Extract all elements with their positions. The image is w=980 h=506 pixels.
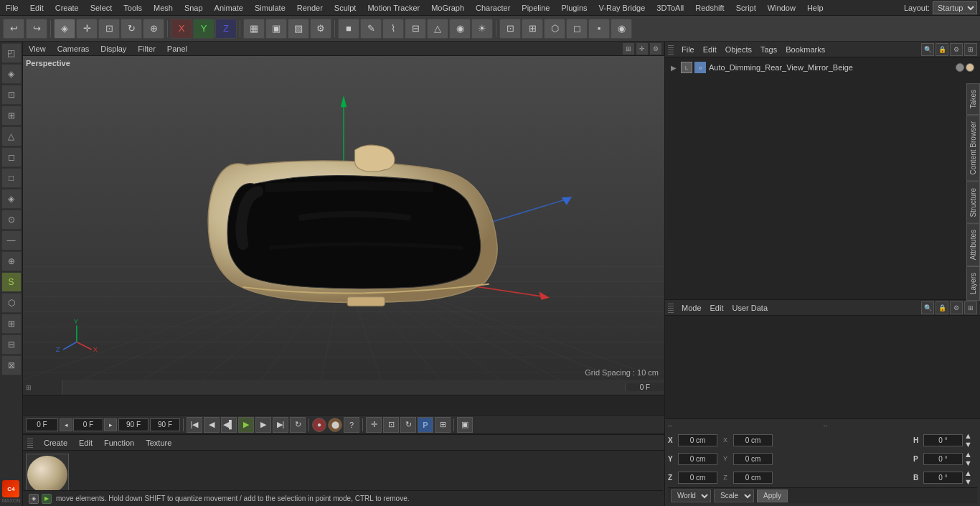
menu-tools[interactable]: Tools — [118, 2, 148, 14]
attr-expand-icon[interactable]: ⊞ — [964, 301, 977, 314]
h-arrow[interactable]: ▲▼ — [964, 431, 977, 449]
tab-takes[interactable]: Takes — [966, 83, 980, 115]
attr-search-icon[interactable]: 🔍 — [921, 301, 934, 314]
om-menu-bookmarks[interactable]: Bookmarks — [783, 45, 827, 54]
viewport-menu-filter[interactable]: Filter — [135, 44, 158, 53]
apply-button[interactable]: Apply — [757, 489, 788, 502]
step-forward-button[interactable]: ▶ — [255, 417, 271, 433]
world-select[interactable]: World — [671, 489, 711, 502]
sidebar-btn-2[interactable]: ◈ — [1, 64, 22, 84]
om-menu-edit[interactable]: Edit — [701, 45, 719, 54]
sidebar-btn-10[interactable]: — — [1, 230, 22, 250]
om-object-row[interactable]: ▶ L ○ Auto_Dimming_Rear_View_Mirror_Beig… — [668, 60, 977, 75]
pen-button[interactable]: ✎ — [360, 19, 382, 39]
menu-motion-tracker[interactable]: Motion Tracker — [362, 2, 425, 14]
scale-select[interactable]: Scale — [714, 489, 754, 502]
om-search-icon[interactable]: 🔍 — [921, 43, 934, 56]
menu-3dtoall[interactable]: 3DToAll — [651, 2, 689, 14]
pose-btn[interactable]: P — [418, 417, 433, 433]
sidebar-btn-3[interactable]: ⊡ — [1, 85, 22, 105]
record-button[interactable]: ● — [312, 418, 326, 432]
motion-btn-1[interactable]: ✛ — [366, 417, 382, 433]
light-button[interactable]: ☀ — [471, 19, 493, 39]
tab-content-browser[interactable]: Content Browser — [966, 115, 980, 181]
status-icon[interactable]: ◈ — [29, 494, 39, 504]
menu-script[interactable]: Script — [730, 2, 762, 14]
sidebar-btn-11[interactable]: ⊕ — [1, 251, 22, 271]
sidebar-btn-5[interactable]: △ — [1, 126, 22, 146]
attr-menu-userdata[interactable]: User Data — [730, 304, 771, 312]
viewport-menu-view[interactable]: View — [26, 44, 49, 53]
current-frame-input[interactable] — [26, 418, 58, 431]
menu-mesh[interactable]: Mesh — [148, 2, 179, 14]
motion-btn-2[interactable]: ⊡ — [383, 417, 399, 433]
sidebar-btn-13[interactable]: ⬡ — [1, 293, 22, 313]
om-menu-objects[interactable]: Objects — [723, 45, 754, 54]
viewport-icon-settings[interactable]: ⚙ — [650, 43, 661, 55]
goto-end-button[interactable]: ▶| — [273, 417, 288, 433]
tab-layers[interactable]: Layers — [966, 266, 980, 301]
status-play-icon[interactable]: ▶ — [42, 494, 52, 504]
viewport-btn-1[interactable]: ⊡ — [499, 19, 521, 39]
sidebar-btn-8[interactable]: ◈ — [1, 189, 22, 209]
sidebar-btn-9[interactable]: ⊙ — [1, 210, 22, 230]
frame-decrement-button[interactable]: ◂ — [60, 418, 72, 431]
terrain-button[interactable]: △ — [427, 19, 448, 39]
grid-btn[interactable]: ⊞ — [435, 417, 451, 433]
sidebar-btn-14[interactable]: ⊞ — [1, 314, 22, 334]
sidebar-btn-4[interactable]: ⊞ — [1, 106, 22, 126]
render-picture-button[interactable]: ▧ — [288, 19, 309, 39]
menu-select[interactable]: Select — [85, 2, 118, 14]
y-pos-input[interactable] — [678, 453, 717, 465]
menu-redshift[interactable]: Redshift — [689, 2, 730, 14]
om-expand-arrow[interactable]: ▶ — [671, 64, 681, 72]
render-settings-button[interactable]: ⚙ — [310, 19, 331, 39]
undo-button[interactable]: ↩ — [3, 19, 24, 39]
sidebar-btn-15[interactable]: ⊟ — [1, 334, 22, 355]
menu-snap[interactable]: Snap — [179, 2, 209, 14]
viewport-menu-cameras[interactable]: Cameras — [55, 44, 93, 53]
om-menu-file[interactable]: File — [679, 45, 697, 54]
menu-mograph[interactable]: MoGraph — [425, 2, 470, 14]
tab-structure[interactable]: Structure — [966, 182, 980, 224]
mat-menu-edit[interactable]: Edit — [77, 439, 95, 447]
viewport-btn-3[interactable]: ⬡ — [544, 19, 565, 39]
menu-character[interactable]: Character — [470, 2, 516, 14]
viewport-btn-6[interactable]: ◉ — [611, 19, 632, 39]
move-tool-button[interactable]: ✛ — [76, 19, 98, 39]
loop-button[interactable]: ↻ — [290, 417, 306, 433]
menu-vray[interactable]: V-Ray Bridge — [593, 2, 651, 14]
render-anim-button[interactable]: ▣ — [265, 19, 287, 39]
h-input[interactable] — [923, 434, 963, 446]
start-frame-input[interactable] — [73, 418, 103, 431]
menu-create[interactable]: Create — [50, 2, 85, 14]
mat-menu-texture[interactable]: Texture — [143, 439, 174, 447]
p-arrow[interactable]: ▲▼ — [964, 450, 977, 467]
b-input[interactable] — [923, 472, 963, 484]
attr-lock-icon[interactable]: 🔒 — [936, 301, 948, 314]
p-input[interactable] — [923, 453, 963, 465]
viewport-btn-4[interactable]: ◻ — [566, 19, 588, 39]
menu-simulate[interactable]: Simulate — [249, 2, 291, 14]
motion-btn-3[interactable]: ↻ — [400, 417, 416, 433]
end-frame-input[interactable] — [118, 418, 149, 431]
attr-menu-edit[interactable]: Edit — [708, 304, 726, 312]
knife-button[interactable]: ⌇ — [382, 19, 404, 39]
play-reverse-button[interactable]: ◀▌ — [221, 417, 237, 433]
viewport-3d[interactable]: X Y Z Perspective Grid Spacing : 10 cm — [23, 56, 664, 380]
attr-settings-icon[interactable]: ⚙ — [950, 301, 963, 314]
viewport-icon-move[interactable]: ✛ — [636, 43, 648, 55]
z-axis-button[interactable]: Z — [215, 19, 237, 39]
cursor-tool-button[interactable]: ◈ — [54, 19, 75, 39]
om-expand-icon[interactable]: ⊞ — [964, 43, 977, 56]
frame-counter[interactable]: 0 F — [625, 383, 664, 391]
om-dot-2[interactable] — [966, 63, 974, 72]
camera-button[interactable]: ◉ — [449, 19, 471, 39]
menu-render[interactable]: Render — [291, 2, 329, 14]
play-button[interactable]: ▶ — [238, 417, 254, 433]
viewport-btn-5[interactable]: ▪ — [588, 19, 610, 39]
mat-menu-create[interactable]: Create — [42, 439, 70, 447]
redo-button[interactable]: ↪ — [26, 19, 47, 39]
autokey-button[interactable]: ⬤ — [328, 418, 342, 432]
menu-file[interactable]: File — [0, 2, 24, 14]
